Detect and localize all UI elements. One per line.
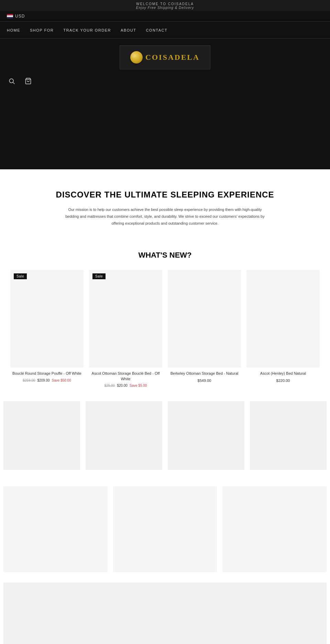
product-image-3 [168,270,241,368]
product-card-1[interactable]: Sale Bouclé Round Storage Pouffe - Off W… [10,270,84,387]
shipping-text: Enjoy Free Shipping & Delivery [0,6,330,10]
regular-price-4: $220.00 [276,379,290,383]
product-name-3: Berkeley Ottoman Storage Bed - Natural [168,371,241,376]
original-price-2: $25.00 [104,384,115,387]
hero-section: COISADELA [0,38,330,169]
nav-item-home[interactable]: HOME [7,27,20,33]
product-pricing-3: $549.00 [168,379,241,383]
currency-code: USD [15,14,25,19]
whats-new-section: WHAT'S NEW? Sale Bouclé Round Storage Po… [0,240,330,394]
bottom-grid [3,486,327,572]
discover-section: DISCOVER THE ULTIMATE SLEEPING EXPERIENC… [0,169,330,240]
product-card-5[interactable] [3,401,80,473]
product-image-6 [86,401,162,470]
product-image-2: Sale [89,270,162,368]
product-card-3[interactable]: Berkeley Ottoman Storage Bed - Natural $… [168,270,241,387]
product-grid: Sale Bouclé Round Storage Pouffe - Off W… [7,270,323,387]
nav-item-shop[interactable]: SHOP FOR [30,27,54,33]
more-products-section [0,394,330,479]
product-name-4: Ascot (Henley) Bed Natural [246,371,320,376]
original-price-1: $259.00 [23,379,35,382]
search-icon [8,78,15,84]
product-pricing-4: $220.00 [246,379,320,383]
logo-coin-icon [130,51,143,64]
nav-links: HOME SHOP FOR TRACK YOUR ORDER ABOUT CON… [7,27,167,33]
hero-image-area [0,94,330,169]
product-image-7 [168,401,244,470]
regular-price-3: $549.00 [198,379,211,383]
cart-icon [25,78,32,84]
announcement-bar: WELCOME TO COISADELA Enjoy Free Shipping… [0,0,330,11]
logo-container: COISADELA [120,45,210,69]
sale-price-2: $20.00 [117,384,128,387]
welcome-text: WELCOME TO COISADELA [0,2,330,6]
product-pricing-2: $25.00 $20.00 Save $5.00 [89,384,162,387]
product-name-2: Ascot Ottoman Storage Bouclé Bed - Off W… [89,371,162,382]
sale-badge-1: Sale [14,273,27,279]
nav-item-track[interactable]: TRACK YOUR ORDER [63,27,111,33]
search-button[interactable] [7,76,16,87]
product-image-1: Sale [10,270,84,368]
bottom-card-2 [113,486,217,572]
sale-badge-2: Sale [92,273,106,279]
nav-link-track[interactable]: TRACK YOUR ORDER [63,28,111,32]
product-card-4[interactable]: Ascot (Henley) Bed Natural $220.00 [246,270,320,387]
bottom-banner [3,583,327,644]
whats-new-title: WHAT'S NEW? [7,251,323,260]
save-text-2: Save $5.00 [130,384,147,387]
flag-icon [7,14,13,18]
nav-item-contact[interactable]: CONTACT [146,27,167,33]
product-card-2[interactable]: Sale Ascot Ottoman Storage Bouclé Bed - … [89,270,162,387]
sale-price-1: $209.00 [37,379,50,382]
nav-link-home[interactable]: HOME [7,28,20,32]
logo-text: COISADELA [145,53,200,62]
nav-link-about[interactable]: ABOUT [121,28,136,32]
product-card-6[interactable] [86,401,162,473]
nav-item-about[interactable]: ABOUT [121,27,136,33]
product-image-4 [246,270,320,368]
utility-icons [0,69,330,94]
save-text-1: Save $50.00 [52,379,71,382]
bottom-card-1 [3,486,108,572]
currency-bar: USD [0,11,330,21]
discover-description: Our mission is to help our customers ach… [62,206,268,227]
product-pricing-1: $259.00 $209.00 Save $50.00 [10,379,84,382]
product-image-5 [3,401,80,470]
bottom-card-3 [222,486,327,572]
main-nav: HOME SHOP FOR TRACK YOUR ORDER ABOUT CON… [0,21,330,38]
nav-link-contact[interactable]: CONTACT [146,28,167,32]
svg-point-0 [9,79,13,83]
product-card-7[interactable] [168,401,244,473]
product-name-1: Bouclé Round Storage Pouffe - Off White [10,371,84,376]
bottom-sections [0,479,330,644]
svg-line-1 [13,82,15,84]
cart-button[interactable] [23,76,33,87]
product-card-8[interactable] [250,401,327,473]
discover-title: DISCOVER THE ULTIMATE SLEEPING EXPERIENC… [14,190,316,200]
nav-link-shop[interactable]: SHOP FOR [30,28,54,32]
product-image-8 [250,401,327,470]
